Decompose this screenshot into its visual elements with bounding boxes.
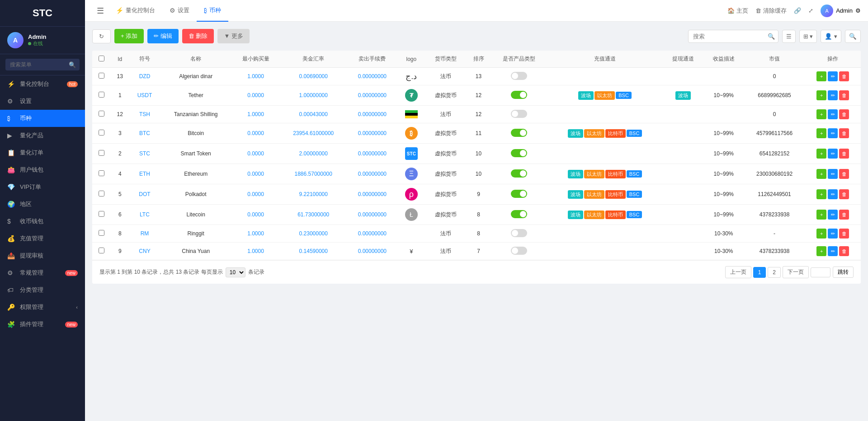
add-button[interactable]: + 添加 <box>114 29 144 43</box>
row-delete-button[interactable]: 🗑 <box>839 149 849 159</box>
row-checkbox-5[interactable] <box>99 170 104 176</box>
row-edit-button[interactable]: ✏ <box>828 210 838 220</box>
per-page-select[interactable]: 10 20 50 <box>226 267 245 277</box>
row-delete-button[interactable]: 🗑 <box>839 169 849 179</box>
tab-currency[interactable]: ₿ 币种 <box>197 0 228 22</box>
next-page-button[interactable]: 下一页 <box>783 266 809 278</box>
toggle-on[interactable] <box>511 169 527 178</box>
tab-quant-console[interactable]: ⚡ 量化控制台 <box>108 0 162 22</box>
sidebar-item-coin-wallet[interactable]: $ 收币钱包 <box>0 213 85 230</box>
sidebar-item-recharge-mgmt[interactable]: 💰 充值管理 <box>0 230 85 247</box>
row-edit-button[interactable]: ✏ <box>828 109 838 119</box>
search-input[interactable] <box>688 30 778 43</box>
row-checkbox-2[interactable] <box>99 111 104 117</box>
refresh-button[interactable]: ↻ <box>92 29 111 43</box>
row-add-button[interactable]: + <box>816 189 826 199</box>
sidebar-item-permission-mgmt[interactable]: 🔑 权限管理 ‹ <box>0 299 85 316</box>
toggle-off[interactable] <box>511 72 527 80</box>
tab-settings[interactable]: ⚙ 设置 <box>162 0 197 22</box>
sidebar-item-plugin-mgmt[interactable]: 🧩 插件管理 new <box>0 316 85 333</box>
toggle-on[interactable] <box>511 91 527 99</box>
sidebar-item-currency[interactable]: ₿ 币种 <box>0 110 85 127</box>
row-checkbox-3[interactable] <box>99 130 104 136</box>
row-delete-button[interactable]: 🗑 <box>839 109 849 119</box>
delete-button[interactable]: 🗑 删除 <box>182 29 214 43</box>
sidebar-item-withdraw-audit[interactable]: 📤 提现审核 <box>0 247 85 264</box>
row-add-button[interactable]: + <box>816 90 826 100</box>
prev-page-button[interactable]: 上一页 <box>725 266 751 278</box>
row-edit-button[interactable]: ✏ <box>828 128 838 138</box>
page-1-button[interactable]: 1 <box>753 267 766 278</box>
row-delete-button[interactable]: 🗑 <box>839 229 849 239</box>
row-delete-button[interactable]: 🗑 <box>839 90 849 100</box>
row-add-button[interactable]: + <box>816 149 826 159</box>
sidebar-item-general-mgmt[interactable]: ⚙ 常规管理 new <box>0 264 85 281</box>
row-delete-button[interactable]: 🗑 <box>839 189 849 199</box>
row-delete-button[interactable]: 🗑 <box>839 246 849 256</box>
action-buttons: + ✏ 🗑 <box>808 90 857 100</box>
row-checkbox-1[interactable] <box>99 92 104 98</box>
row-add-button[interactable]: + <box>816 210 826 220</box>
toggle-off[interactable] <box>511 229 527 237</box>
toggle-off[interactable] <box>511 247 527 255</box>
sidebar-item-settings[interactable]: ⚙ 设置 <box>0 93 85 110</box>
sidebar-item-region[interactable]: 🌍 地区 <box>0 196 85 213</box>
row-checkbox-4[interactable] <box>99 150 104 156</box>
cell-checkbox <box>92 144 111 164</box>
row-edit-button[interactable]: ✏ <box>828 90 838 100</box>
row-checkbox-8[interactable] <box>99 230 104 236</box>
home-button[interactable]: 🏠 主页 <box>727 7 748 15</box>
page-2-button[interactable]: 2 <box>768 267 781 278</box>
search-icon[interactable]: 🔍 <box>768 33 775 40</box>
toggle-on[interactable] <box>511 149 527 157</box>
page-jump-input[interactable] <box>811 267 830 277</box>
list-view-button[interactable]: ☰ <box>782 30 796 43</box>
row-delete-button[interactable]: 🗑 <box>839 128 849 138</box>
user-view-button[interactable]: 👤 ▾ <box>821 30 841 43</box>
toggle-on[interactable] <box>511 129 527 137</box>
sidebar-item-quant-product[interactable]: ▶ 量化产品 <box>0 127 85 144</box>
sidebar-toggle-button[interactable]: ☰ <box>92 6 108 16</box>
row-add-button[interactable]: + <box>816 229 826 239</box>
row-checkbox-7[interactable] <box>99 211 104 217</box>
row-add-button[interactable]: + <box>816 71 826 81</box>
more-button[interactable]: ▼ 更多 <box>217 29 249 43</box>
row-add-button[interactable]: + <box>816 109 826 119</box>
row-edit-button[interactable]: ✏ <box>828 246 838 256</box>
row-edit-button[interactable]: ✏ <box>828 71 838 81</box>
cell-usd-rate: 1886.57000000 <box>280 164 347 184</box>
row-delete-button[interactable]: 🗑 <box>839 210 849 220</box>
pagination-suffix: 条记录 <box>248 268 264 276</box>
sidebar-item-user-wallet[interactable]: 👛 用户钱包 <box>0 161 85 178</box>
link-button[interactable]: 🔗 <box>794 7 801 14</box>
sidebar-item-vip-order[interactable]: 💎 VIP订单 <box>0 178 85 196</box>
grid-view-button[interactable]: ⊞ ▾ <box>799 30 817 43</box>
edit-button[interactable]: ✏ 编辑 <box>147 29 179 43</box>
toggle-off[interactable] <box>511 110 527 118</box>
row-add-button[interactable]: + <box>816 169 826 179</box>
select-all-checkbox[interactable] <box>99 56 104 61</box>
cell-recharge: 波场以太坊比特币BSC <box>547 184 663 205</box>
sidebar-item-quant-order[interactable]: 📋 量化订单 <box>0 144 85 161</box>
sidebar-item-quantization-control[interactable]: ⚡ 量化控制台 hot <box>0 75 85 93</box>
search-button[interactable]: 🔍 <box>845 30 861 43</box>
toggle-on[interactable] <box>511 210 527 218</box>
fullscreen-button[interactable]: ⤢ <box>808 7 813 14</box>
sidebar-item-category-mgmt[interactable]: 🏷 分类管理 <box>0 281 85 299</box>
row-checkbox-9[interactable] <box>99 248 104 253</box>
cell-sort: 7 <box>466 243 491 260</box>
row-checkbox-6[interactable] <box>99 191 104 196</box>
clear-cache-button[interactable]: 🗑 清除缓存 <box>755 7 787 15</box>
row-edit-button[interactable]: ✏ <box>828 189 838 199</box>
admin-section[interactable]: A Admin ⚙ <box>821 5 861 17</box>
row-delete-button[interactable]: 🗑 <box>839 71 849 81</box>
row-edit-button[interactable]: ✏ <box>828 169 838 179</box>
row-add-button[interactable]: + <box>816 246 826 256</box>
row-checkbox-0[interactable] <box>99 73 104 79</box>
row-edit-button[interactable]: ✏ <box>828 229 838 239</box>
row-edit-button[interactable]: ✏ <box>828 149 838 159</box>
row-add-button[interactable]: + <box>816 128 826 138</box>
toggle-on[interactable] <box>511 190 527 198</box>
cell-symbol: DZD <box>129 68 160 85</box>
page-jump-button[interactable]: 跳转 <box>833 267 854 278</box>
